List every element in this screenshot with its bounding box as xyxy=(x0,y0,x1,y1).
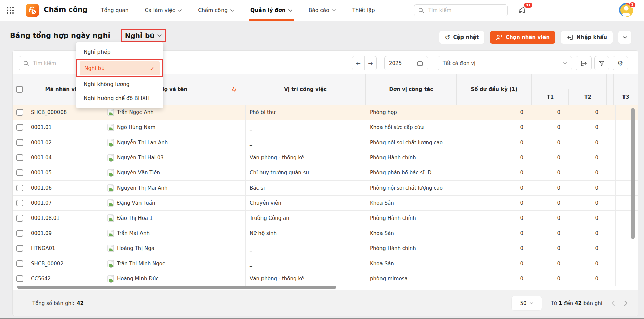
row-checkbox[interactable] xyxy=(16,200,23,206)
t2-value: 0 xyxy=(569,256,607,271)
more-actions-button[interactable] xyxy=(618,31,631,44)
filter-button[interactable] xyxy=(594,56,609,70)
app-grid-icon[interactable] xyxy=(6,6,15,15)
global-search-input[interactable] xyxy=(428,7,503,14)
t3-value xyxy=(616,181,638,195)
employee-code: 0001.05 xyxy=(27,165,102,180)
app-logo-icon[interactable] xyxy=(26,4,39,17)
vertical-scrollbar[interactable] xyxy=(631,108,635,239)
next-year-button[interactable]: → xyxy=(365,56,377,70)
t1-value: 0 xyxy=(532,105,569,120)
t1-value: 0 xyxy=(532,241,569,256)
menu-item-nghi-bu[interactable]: Nghỉ bù ✓ xyxy=(80,61,160,75)
avatar-placeholder-icon xyxy=(107,229,114,237)
work-unit: Phòng Hành chính xyxy=(366,211,457,226)
employee-code: 0001.08.01 xyxy=(27,211,102,226)
work-unit: Khoa Sản xyxy=(366,196,457,210)
settings-button[interactable]: ⚙ xyxy=(613,56,628,70)
opening-balance: 0 xyxy=(457,150,532,165)
table-row[interactable]: 0001.05 Nguyễn Văn Tiến Chỉ huy trưởng q… xyxy=(13,165,638,181)
employee-name: Ngô Hùng Nam xyxy=(117,124,155,130)
row-checkbox[interactable] xyxy=(16,245,23,252)
table-row[interactable]: 0001.09 Trần Mai Anh Nữ hộ sinh Khoa Sản… xyxy=(13,226,638,241)
avatar-placeholder-icon xyxy=(107,138,114,147)
table-row[interactable]: CC5642 Hoàng Minh Đức Văn phòng - thống … xyxy=(13,271,638,286)
row-checkbox[interactable] xyxy=(16,185,23,191)
row-checkbox[interactable] xyxy=(16,109,23,116)
import-button[interactable]: Nhập khẩu xyxy=(561,31,613,44)
main-menu: Tổng quan Ca làm việc Chấm công Quản lý … xyxy=(101,0,375,21)
row-checkbox[interactable] xyxy=(16,230,23,237)
table-row[interactable]: 0001.01 Ngô Hùng Nam _ Khoa hồi sức cấp … xyxy=(13,120,638,135)
table-row[interactable]: 0001.06 Nguyễn Thị Mai Anh Bác sĩ Phòng … xyxy=(13,181,638,196)
row-checkbox[interactable] xyxy=(16,139,23,146)
global-search xyxy=(414,4,508,16)
table-row[interactable]: SHCB_00002 Trần Thị Minh Ngọc _ Khoa Sản… xyxy=(13,256,638,271)
t3-value xyxy=(616,271,638,286)
column-header-unit[interactable]: Đơn vị công tác xyxy=(366,74,457,105)
column-header-t3[interactable]: T3 xyxy=(614,89,638,105)
employee-code: 0001.01 xyxy=(27,120,102,135)
row-checkbox[interactable] xyxy=(16,154,23,161)
table-row[interactable]: HTNGA01 Hoàng Thị Nga _ Phòng Hành chính… xyxy=(13,241,638,256)
row-checkbox[interactable] xyxy=(16,169,23,176)
update-button[interactable]: ↺ Cập nhật xyxy=(439,31,485,44)
nav-item-quan-ly-don[interactable]: Quản lý đơn xyxy=(250,0,292,21)
leave-type-dropdown-menu: Nghỉ phép Nghỉ bù ✓ Nghỉ không lương Ngh… xyxy=(76,42,163,108)
row-checkbox[interactable] xyxy=(16,215,23,222)
column-header-position[interactable]: Vị trí công việc xyxy=(245,74,366,105)
table-body: SHCB_000008 Trần Ngọc Anh Phó bí thư Phò… xyxy=(13,105,638,286)
opening-balance: 0 xyxy=(457,135,532,150)
menu-item-nghi-huong-che-do-bhxh[interactable]: Nghỉ hưởng chế độ BHXH xyxy=(76,91,163,106)
unit-filter-select[interactable]: Tất cả đơn vị xyxy=(438,56,572,70)
employee-name: Hoàng Thị Nga xyxy=(117,245,154,251)
table-row[interactable]: 0001.04 Nguyễn Thị Hải 03 Văn phòng - th… xyxy=(13,150,638,165)
job-position: Phó bí thư xyxy=(246,105,366,120)
job-position: _ xyxy=(246,241,366,256)
t3-value xyxy=(616,256,638,271)
next-page-button[interactable] xyxy=(624,300,628,306)
notifications-button[interactable]: 91 xyxy=(519,6,530,16)
page-title: Bảng tổng hợp ngày nghỉ xyxy=(10,32,110,40)
job-position: Bác sĩ xyxy=(246,181,366,195)
user-avatar[interactable]: 1 xyxy=(619,3,634,18)
choose-employee-button[interactable]: Chọn nhân viên xyxy=(490,31,555,44)
work-unit: Khoa hồi sức cấp cứu xyxy=(366,120,457,135)
chevron-down-icon xyxy=(563,62,567,65)
table-row[interactable]: 0001.07 Đặng Văn Tuấn Chuyên viên Khoa S… xyxy=(13,196,638,211)
employee-name: Đào Thị Hoa 1 xyxy=(117,215,153,221)
column-header-opening-balance[interactable]: Số dư đầu kỳ (1) xyxy=(457,74,532,105)
t2-value: 0 xyxy=(569,241,607,256)
nav-item-bao-cao[interactable]: Báo cáo xyxy=(309,0,336,21)
total-records-value: 42 xyxy=(77,300,84,306)
select-all-checkbox[interactable] xyxy=(16,86,23,93)
year-picker[interactable]: 2025 xyxy=(384,56,428,70)
export-button[interactable] xyxy=(576,56,592,70)
pin-icon[interactable] xyxy=(231,86,237,92)
refresh-icon: ↺ xyxy=(445,34,450,41)
avatar-placeholder-icon xyxy=(107,184,114,192)
previous-page-button[interactable] xyxy=(611,300,615,306)
work-unit: Phòng Hành chính xyxy=(366,150,457,165)
menu-item-nghi-phep[interactable]: Nghỉ phép xyxy=(76,45,163,59)
menu-item-nghi-khong-luong[interactable]: Nghỉ không lương xyxy=(76,77,163,91)
opening-balance: 0 xyxy=(457,256,532,271)
table-row[interactable]: 0001.08.01 Đào Thị Hoa 1 Trưởng Công an … xyxy=(13,211,638,226)
row-checkbox[interactable] xyxy=(16,124,23,131)
leave-type-dropdown-trigger[interactable]: Nghỉ bù xyxy=(121,29,166,42)
app-title: Chấm công xyxy=(44,6,88,14)
row-checkbox[interactable] xyxy=(16,275,23,282)
column-header-t1[interactable]: T1 xyxy=(532,89,569,105)
horizontal-scrollbar[interactable] xyxy=(17,286,336,289)
previous-year-button[interactable]: ← xyxy=(352,56,365,70)
row-checkbox[interactable] xyxy=(16,260,23,267)
column-header-t2[interactable]: T2 xyxy=(569,89,607,105)
nav-item-cham-cong[interactable]: Chấm công xyxy=(198,0,234,21)
page-size-select[interactable]: 50 xyxy=(512,296,542,310)
opening-balance: 0 xyxy=(457,241,532,256)
nav-item-ca-lam-viec[interactable]: Ca làm việc xyxy=(145,0,182,21)
export-icon xyxy=(580,60,587,67)
table-row[interactable]: 0001.02 Nguyễn Thị Lan Anh _ Phòng nội s… xyxy=(13,135,638,150)
nav-item-tong-quan[interactable]: Tổng quan xyxy=(101,0,129,21)
nav-item-thiet-lap[interactable]: Thiết lập xyxy=(352,0,375,21)
